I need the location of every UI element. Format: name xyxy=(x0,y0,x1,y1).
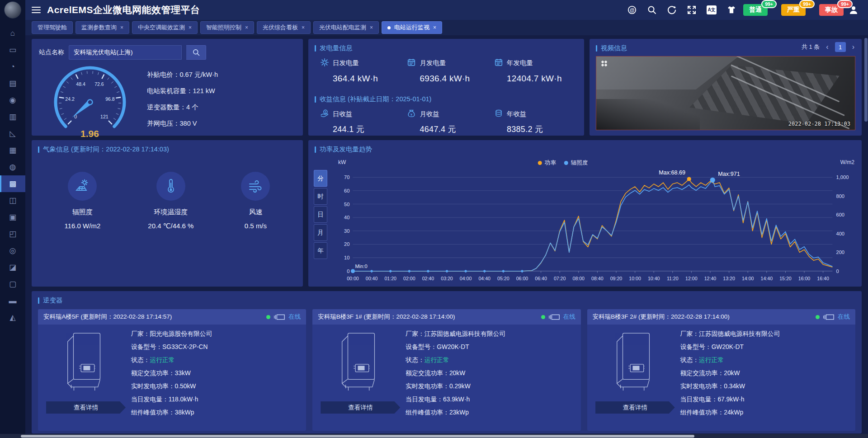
legend-item-辐照度[interactable]: 辐照度 xyxy=(564,159,588,167)
tab-光伏电站配电监测[interactable]: 光伏电站配电监测× xyxy=(313,21,379,34)
inverter-fields: 厂家：阳光电源股份有限公司设备型号：SG33CX-2P-CN状态：运行正常额定交… xyxy=(131,329,301,429)
view-details-button[interactable]: 查看详情 xyxy=(46,401,126,414)
left-axis-unit: kW xyxy=(338,159,346,165)
svg-text:50: 50 xyxy=(344,202,349,207)
horizontal-scrollbar-thumb[interactable] xyxy=(21,435,694,438)
theme-icon[interactable] xyxy=(726,5,737,15)
bar-chart-icon: ▥ xyxy=(9,112,16,122)
calendar-icon xyxy=(407,58,416,68)
svg-text:16:40: 16:40 xyxy=(817,276,829,281)
tab-中央空调能效监测[interactable]: 中央空调能效监测× xyxy=(132,21,198,34)
tab-close-icon[interactable]: × xyxy=(370,24,373,31)
alarm-badge[interactable]: 严重99+ xyxy=(781,4,806,16)
time-tab-月[interactable]: 月 xyxy=(314,224,327,241)
field-value: SG33CX-2P-CN xyxy=(162,344,208,350)
inverter-field: 设备型号：SG33CX-2P-CN xyxy=(131,343,301,351)
sidebar-item-bell[interactable]: ◎ xyxy=(0,242,25,259)
sidebar-item-bulb[interactable]: ◍ xyxy=(0,159,25,175)
translate-icon[interactable]: A文 xyxy=(706,5,717,15)
svg-text:12:40: 12:40 xyxy=(704,276,717,281)
svg-text:09:20: 09:20 xyxy=(610,276,623,281)
svg-text:01:20: 01:20 xyxy=(384,276,396,281)
field-label: 实时发电功率： xyxy=(680,383,724,390)
sidebar-nav: ⌂▭◔▤◉▥◺▦◍▩◫▣◰◎◪▢▬◭ xyxy=(0,25,25,326)
sidebar-item-alarm[interactable]: ◉ xyxy=(0,92,25,108)
search-icon[interactable] xyxy=(646,5,657,15)
tab-label: 监测参数查询 xyxy=(81,24,117,32)
field-label: 状态： xyxy=(131,357,150,363)
inverter-status: 在线 xyxy=(266,313,301,321)
inverter-field: 额定交流功率：20kW xyxy=(406,369,575,377)
tab-智能照明控制[interactable]: 智能照明控制× xyxy=(200,21,254,34)
field-value: 63.9kW·h xyxy=(443,396,470,403)
inverter-visual: 查看详情 xyxy=(315,329,406,429)
tab-监测参数查询[interactable]: 监测参数查询× xyxy=(75,21,129,34)
tab-close-icon[interactable]: × xyxy=(245,24,248,31)
inverter-card: 安科瑞A楼5F (更新时间：2022-02-28 17:14:57)在线查看详情… xyxy=(38,309,306,431)
view-details-button[interactable]: 查看详情 xyxy=(321,401,400,414)
page-prev-icon[interactable]: ‹ xyxy=(826,43,828,51)
refresh-icon[interactable] xyxy=(666,5,677,15)
station-body: 024.248.472.696.8121 1.96 实时发电功率(kW) 补贴电… xyxy=(39,61,296,148)
station-name-input[interactable] xyxy=(69,45,182,60)
sidebar-item-screen[interactable]: ▭ xyxy=(0,42,25,58)
time-tab-年[interactable]: 年 xyxy=(314,242,327,259)
temperature-humidity-item: 环境温湿度 20.4 ℃/44.6 % xyxy=(148,172,193,230)
svg-text:Max:68.69: Max:68.69 xyxy=(659,170,685,176)
alarm-badge[interactable]: 事故99+ xyxy=(819,4,844,16)
tab-close-icon[interactable]: × xyxy=(433,24,436,31)
time-tab-时[interactable]: 时 xyxy=(314,188,327,205)
inverter-card-body: 查看详情厂家：阳光电源股份有限公司设备型号：SG33CX-2P-CN状态：运行正… xyxy=(38,325,306,431)
sidebar-item-document[interactable]: ▦ xyxy=(0,142,25,159)
sidebar-item-bar-chart[interactable]: ▥ xyxy=(0,108,25,125)
svg-text:600: 600 xyxy=(836,212,845,217)
sidebar-item-server[interactable]: ▬ xyxy=(0,292,25,309)
alarm-badge-label: 普通 xyxy=(749,6,762,13)
fullscreen-icon[interactable] xyxy=(686,5,697,15)
station-search-button[interactable] xyxy=(186,45,206,60)
info-installed-capacity: 电站装机容量：121 kW xyxy=(147,87,296,95)
tab-label: 智能照明控制 xyxy=(206,24,241,32)
tab-label: 电站运行监视 xyxy=(394,24,429,32)
user-avatar[interactable] xyxy=(4,1,21,19)
vertical-scrollbar[interactable] xyxy=(864,36,868,434)
page-next-icon[interactable]: › xyxy=(852,43,854,51)
sidebar-item-report[interactable]: ▤ xyxy=(0,75,25,92)
svg-text:00:40: 00:40 xyxy=(366,276,378,281)
camera-view[interactable]: 2022-02-28 17:13:03 xyxy=(596,56,855,130)
tab-光伏综合看板[interactable]: 光伏综合看板× xyxy=(257,21,311,34)
sidebar-item-chip[interactable]: ▢ xyxy=(0,276,25,292)
tab-电站运行监视[interactable]: 电站运行监视× xyxy=(382,21,442,34)
tab-管理驾驶舱[interactable]: 管理驾驶舱 xyxy=(32,21,73,34)
sidebar-item-device[interactable]: ◫ xyxy=(0,192,25,209)
alarm-badge[interactable]: 普通99+ xyxy=(743,4,768,16)
time-tab-分[interactable]: 分 xyxy=(314,170,327,187)
field-label: 厂家： xyxy=(131,330,150,337)
view-details-button[interactable]: 查看详情 xyxy=(595,401,675,414)
page-number[interactable]: 1 xyxy=(835,42,846,52)
sidebar-item-tools[interactable]: ◭ xyxy=(0,309,25,326)
menu-toggle-icon[interactable] xyxy=(32,5,41,15)
sidebar-item-trend[interactable]: ◺ xyxy=(0,125,25,142)
horizontal-scrollbar[interactable] xyxy=(0,434,868,438)
inverter-field: 厂家：江苏固德威电源科技有限公司 xyxy=(680,330,850,338)
inverter-field: 组件峰值功率：23kWp xyxy=(406,409,575,417)
svg-text:06:40: 06:40 xyxy=(535,276,547,281)
sidebar-item-building[interactable]: ◰ xyxy=(0,226,25,242)
vertical-scrollbar-thumb[interactable] xyxy=(864,38,868,122)
tab-close-icon[interactable]: × xyxy=(120,24,123,31)
legend-item-功率[interactable]: 功率 xyxy=(538,159,556,167)
weather-grid: 辐照度 116.0 W/m2 环境温湿度 20.4 ℃/44.6 % xyxy=(32,156,303,230)
sidebar-item-grid[interactable]: ▩ xyxy=(0,175,25,192)
tab-close-icon[interactable]: × xyxy=(302,24,305,31)
sidebar-item-edit[interactable]: ◪ xyxy=(0,259,25,276)
sidebar-item-home[interactable]: ⌂ xyxy=(0,25,25,42)
time-tab-日[interactable]: 日 xyxy=(314,206,327,223)
sidebar-item-gauge[interactable]: ◔ xyxy=(0,58,25,75)
field-label: 组件峰值功率： xyxy=(406,409,449,416)
trend-icon: ◺ xyxy=(9,129,15,138)
sidebar-item-panel[interactable]: ▣ xyxy=(0,209,25,226)
headset-icon[interactable]: @ xyxy=(627,5,637,15)
tab-close-icon[interactable]: × xyxy=(189,24,192,31)
svg-text:10:00: 10:00 xyxy=(629,276,641,281)
